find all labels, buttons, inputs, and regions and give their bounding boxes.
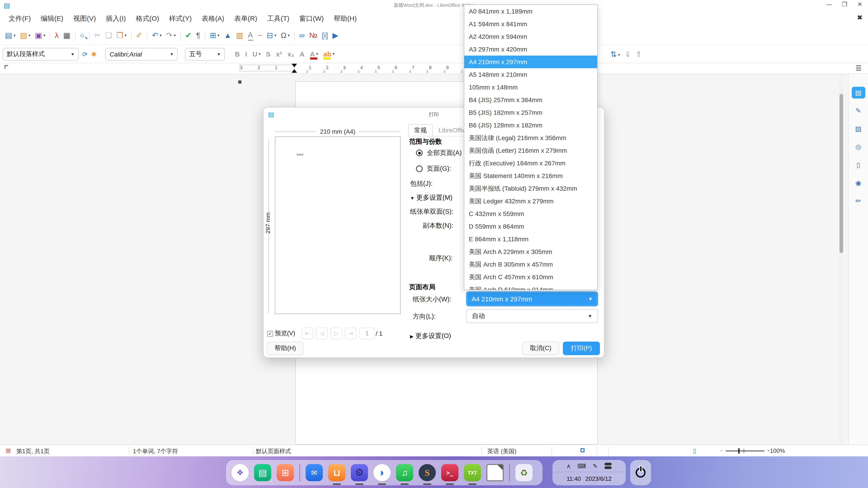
- zoom-slider[interactable]: − +: [725, 451, 765, 451]
- menu-item[interactable]: 格式(O): [131, 12, 164, 25]
- restore-button[interactable]: ❐: [841, 1, 848, 8]
- s-app-icon[interactable]: S: [418, 464, 436, 481]
- cancel-button[interactable]: 取消(C): [522, 341, 559, 355]
- zoom-in-icon[interactable]: +: [767, 448, 770, 453]
- browser-icon[interactable]: ◗: [373, 464, 391, 481]
- increase-paragraph-spacing-icon[interactable]: ⇓: [624, 48, 632, 61]
- paste-icon[interactable]: ❒: [116, 29, 127, 42]
- page-count-status[interactable]: 第1页, 共1页: [16, 447, 50, 455]
- paper-size-option[interactable]: 美国 Arch C 457mm x 610mm: [464, 271, 597, 283]
- first-page-icon[interactable]: ⇤: [302, 328, 313, 339]
- spelling-check-icon[interactable]: ✔: [184, 29, 193, 42]
- page-number-input[interactable]: 1: [360, 328, 375, 339]
- page-panel-icon[interactable]: ▯: [851, 159, 865, 171]
- tab-stop-selector-icon[interactable]: [4, 65, 8, 69]
- properties-panel-icon[interactable]: ▤: [851, 87, 865, 98]
- menu-item[interactable]: 表单(R): [229, 12, 262, 25]
- clear-formatting-icon[interactable]: A: [299, 48, 305, 60]
- paper-size-option[interactable]: 行政 (Executive) 184mm x 267mm: [464, 157, 597, 169]
- save-icon[interactable]: ▣: [34, 29, 46, 42]
- track-changes-panel-icon[interactable]: ✏: [851, 195, 865, 207]
- paper-size-option[interactable]: 美国半报纸 (Tabloid) 279mm x 432mm: [464, 182, 597, 195]
- gallery-panel-icon[interactable]: ▨: [851, 123, 865, 135]
- strikethrough-icon[interactable]: S: [265, 48, 272, 60]
- paper-size-option[interactable]: 105mm x 148mm: [464, 81, 597, 94]
- minimize-button[interactable]: —: [826, 1, 833, 8]
- menu-item[interactable]: 工具(T): [262, 12, 294, 25]
- orientation-combo[interactable]: 自动▼: [466, 309, 598, 323]
- insert-field-icon[interactable]: ⊟: [266, 29, 277, 42]
- navigator-panel-icon[interactable]: ◎: [851, 141, 865, 153]
- undo-icon[interactable]: ↶: [151, 29, 162, 42]
- subscript-icon[interactable]: x₂: [286, 48, 295, 60]
- paper-size-option[interactable]: 美国 Arch A 229mm x 305mm: [464, 246, 597, 258]
- special-character-icon[interactable]: Ω: [280, 29, 290, 42]
- paper-size-option[interactable]: A4 210mm x 297mm: [464, 56, 597, 68]
- paper-size-option[interactable]: B4 (JIS) 257mm x 364mm: [464, 94, 597, 106]
- multitasking-icon[interactable]: ▤: [254, 464, 271, 481]
- copy-icon[interactable]: ❏: [104, 29, 113, 42]
- toolbar-icon[interactable]: [50, 31, 50, 40]
- scrollbar-thumb[interactable]: [839, 94, 843, 253]
- music-icon[interactable]: ♫: [396, 464, 413, 481]
- paper-size-option[interactable]: C 432mm x 559mm: [464, 207, 597, 220]
- paper-size-option[interactable]: A1 594mm x 841mm: [464, 18, 597, 30]
- toolbar-icon[interactable]: [75, 31, 75, 40]
- clock[interactable]: 11:40 2023/6/12: [553, 472, 626, 485]
- decrease-paragraph-spacing-icon[interactable]: ⇑: [634, 48, 643, 61]
- next-page-icon[interactable]: ▷: [331, 328, 342, 339]
- menu-item[interactable]: 编辑(E): [36, 12, 68, 25]
- line-spacing-icon[interactable]: ⇅: [610, 48, 621, 61]
- selection-mode-icon[interactable]: [581, 448, 585, 452]
- paper-size-option[interactable]: A5 148mm x 210mm: [464, 68, 597, 81]
- word-count-status[interactable]: 1个单词, 7个字符: [133, 447, 178, 455]
- paper-size-option[interactable]: A0 841mm x 1,189mm: [464, 5, 597, 18]
- keyboard-icon[interactable]: ⌨: [578, 462, 586, 469]
- previous-page-icon[interactable]: ◁: [316, 328, 328, 339]
- sidebar-settings-icon[interactable]: ☰: [856, 64, 862, 72]
- libreoffice-icon[interactable]: [487, 464, 504, 481]
- preview-checkbox[interactable]: ✓: [267, 330, 273, 336]
- horizontal-ruler[interactable]: 321 12345678910 ⊥⊥⊥⊥⊥⊥⊥⊥⊥⊥ ☰: [0, 63, 868, 74]
- cross-reference-icon[interactable]: [i]: [321, 29, 329, 42]
- style-inspector-panel-icon[interactable]: ◉: [851, 177, 865, 189]
- text-editor-icon[interactable]: TXT: [464, 464, 481, 481]
- clone-formatting-icon[interactable]: ✐: [135, 29, 144, 42]
- app-store-icon[interactable]: ⊔: [328, 464, 345, 481]
- mail-icon[interactable]: ✉: [306, 464, 323, 481]
- insert-footnote-icon[interactable]: №: [308, 29, 318, 42]
- toggles-icon[interactable]: [604, 463, 612, 469]
- hyperlink-icon[interactable]: ∞: [298, 29, 306, 42]
- export-pdf-icon[interactable]: λ: [54, 29, 59, 42]
- menu-item[interactable]: 窗口(W): [294, 12, 329, 25]
- toolbar-icon[interactable]: [294, 31, 295, 40]
- insert-image-icon[interactable]: ▲: [223, 29, 232, 42]
- paper-size-option[interactable]: 美国 Statement 140mm x 216mm: [464, 169, 597, 182]
- insert-chart-icon[interactable]: ▥: [235, 29, 244, 42]
- zoom-out-icon[interactable]: −: [720, 448, 723, 453]
- menu-item[interactable]: 视图(V): [68, 12, 101, 25]
- chevron-up-icon[interactable]: ∧: [566, 462, 571, 469]
- cut-icon[interactable]: ✂: [93, 29, 101, 42]
- underline-icon[interactable]: U: [252, 48, 261, 60]
- new-style-icon[interactable]: ✱: [91, 51, 96, 58]
- terminal-icon[interactable]: >_: [441, 464, 458, 481]
- menu-item[interactable]: 插入(I): [101, 12, 131, 25]
- paper-size-option[interactable]: 美国法律 (Legal) 216mm x 356mm: [464, 131, 597, 144]
- dock-app-icon[interactable]: [509, 464, 510, 482]
- all-pages-radio[interactable]: 全部页面(A): [416, 149, 462, 157]
- toolbar-icon[interactable]: [89, 31, 90, 40]
- paper-size-option[interactable]: 美国 Arch D 610mm x 914mm: [464, 283, 597, 290]
- print-icon[interactable]: ▦: [62, 29, 71, 42]
- language-status[interactable]: 英语 (美国): [487, 447, 517, 455]
- open-folder-icon[interactable]: ▨: [19, 29, 31, 42]
- font-name-combo[interactable]: Calibri;Arial▼: [105, 48, 178, 60]
- formatting-marks-icon[interactable]: ¶: [195, 29, 201, 42]
- toolbar-overflow-icon[interactable]: ▶: [332, 29, 339, 42]
- toolbar-icon[interactable]: [131, 31, 131, 40]
- control-center-icon[interactable]: ⚙: [351, 464, 368, 481]
- close-button[interactable]: ✕: [856, 1, 864, 8]
- zoom-percent[interactable]: 100%: [770, 447, 785, 454]
- last-page-icon[interactable]: ⇥: [345, 328, 357, 339]
- paper-size-option[interactable]: 美国信函 (Letter) 216mm x 279mm: [464, 144, 597, 157]
